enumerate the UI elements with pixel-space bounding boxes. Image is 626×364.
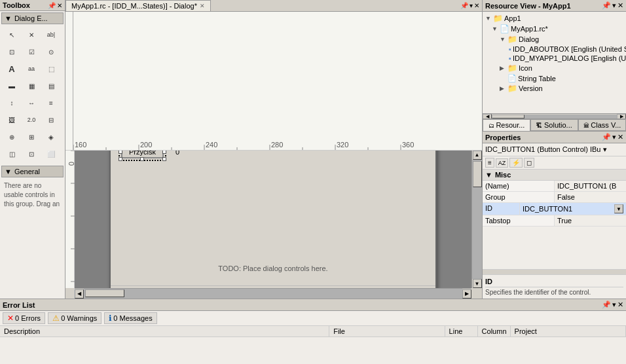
scrollbar-v-down[interactable]: ▼: [473, 279, 482, 288]
tab-class-view[interactable]: 🏛 Class V...: [578, 119, 626, 131]
dialog-workspace[interactable]: 🪟 Moj aplikacja w MFC ✕ Etykieta: [75, 151, 471, 289]
tool-grid[interactable]: ⊞: [22, 129, 41, 145]
mfc-footer: OK Cancel: [111, 285, 435, 288]
tool-button[interactable]: ▬: [3, 78, 21, 94]
tree-version-folder[interactable]: ▶ 📁 Version: [484, 83, 625, 94]
error-expand-icon[interactable]: ▾: [612, 300, 616, 309]
properties-pin-icon[interactable]: 📌: [602, 133, 611, 141]
tool-scrollh[interactable]: ↔: [22, 95, 41, 111]
editor-tab[interactable]: MyApp1.rc - [IDD_M...States)] - Dialog* …: [65, 0, 211, 11]
tool-version[interactable]: 2.0: [22, 112, 41, 128]
tree-app1[interactable]: ▼ 📁 App1: [484, 13, 625, 24]
error-pin-icon[interactable]: 📌: [602, 300, 611, 309]
tree-idd-aboutbox[interactable]: ▪ IDD_ABOUTBOX [English (United S: [484, 45, 625, 54]
tool-radio[interactable]: ⊙: [42, 44, 60, 60]
scrollbar-h-thumb[interactable]: [85, 289, 124, 297]
scrollbar-v-track[interactable]: [472, 160, 482, 280]
error-tabs: ✕ 0 Errors ⚠ 0 Warnings ℹ 0 Messages: [0, 311, 626, 326]
tool-picture[interactable]: 🖼: [3, 112, 21, 128]
toolbox-general-expand[interactable]: ▼ General: [1, 166, 64, 177]
handle-bm: [140, 157, 144, 161]
editor-menu-icon[interactable]: ▾: [470, 2, 473, 9]
tool-pointer[interactable]: ↖: [3, 27, 21, 43]
scrollbar-v-up[interactable]: ▲: [473, 151, 482, 160]
prop-events-btn[interactable]: ⚡: [509, 158, 523, 168]
properties-title: Properties: [485, 134, 521, 141]
prop-row-tabstop[interactable]: Tabstop True: [483, 215, 626, 227]
tool-custom1[interactable]: ◈: [42, 129, 60, 145]
mfc-button-wrapper: Przycisk: [121, 151, 164, 159]
properties-close-icon[interactable]: ✕: [617, 133, 623, 141]
tab-messages[interactable]: ℹ 0 Messages: [104, 312, 156, 324]
tab-warnings[interactable]: ⚠ 0 Warnings: [48, 312, 101, 324]
tree-dialog-folder[interactable]: ▼ 📁 Dialog: [484, 34, 625, 45]
error-close-icon[interactable]: ✕: [617, 300, 623, 309]
resource-close-icon[interactable]: ✕: [617, 1, 623, 10]
editor-pin-icon[interactable]: 📌: [460, 2, 468, 9]
tool-tab[interactable]: ⊟: [42, 112, 60, 128]
editor-tab-close-icon[interactable]: ✕: [200, 3, 205, 9]
app-container: Toolbox 📌 ✕ ▼ Dialog E... ↖ ✕ ab| ⊡ ☑ ⊙: [0, 0, 626, 364]
resource-scroll-thumb[interactable]: [492, 115, 525, 118]
tool-static[interactable]: A: [3, 61, 21, 77]
toolbox-header: Toolbox 📌 ✕: [0, 0, 65, 11]
tool-listbox[interactable]: ▦: [22, 78, 41, 94]
tree-string-table[interactable]: 📄 String Table: [484, 73, 625, 83]
prop-row-id[interactable]: ID ▼: [483, 203, 626, 215]
resource-expand-icon[interactable]: ▾: [612, 1, 616, 10]
tool-scrollv[interactable]: ↕: [3, 95, 21, 111]
scrollbar-h-track[interactable]: [84, 289, 462, 299]
tab-errors[interactable]: ✕ 0 Errors: [3, 312, 45, 324]
prop-id-input[interactable]: [523, 205, 613, 213]
tool-combobox[interactable]: ▤: [42, 78, 60, 94]
error-count-label: 0 Errors: [15, 314, 41, 322]
tool-custom2[interactable]: ◫: [3, 146, 21, 162]
prop-section-label: Misc: [495, 171, 511, 179]
prop-id-dropdown[interactable]: ▼: [614, 204, 623, 213]
editor-close-icon[interactable]: ✕: [474, 2, 479, 9]
tool-custom3[interactable]: ⊡: [22, 146, 41, 162]
toolbox-section-expand[interactable]: ▼ Dialog E...: [1, 12, 64, 24]
tree-icon-folder[interactable]: ▶ 📁 Icon: [484, 63, 625, 73]
prop-group-value-text: False: [557, 193, 575, 201]
prop-name-label: (Name): [483, 181, 555, 191]
handle-br: [162, 157, 166, 161]
tool-font[interactable]: aa: [22, 61, 41, 77]
tool-editbox[interactable]: ⊡: [3, 44, 21, 60]
error-rows: [0, 337, 626, 340]
toolbox-pin-icon[interactable]: 📌: [48, 2, 56, 9]
resource-header: Resource View - MyApp1 📌 ▾ ✕: [483, 0, 626, 12]
tree-idd-myapp1[interactable]: ▪ IDD_MYAPP1_DIALOG [English (U: [484, 54, 625, 63]
resource-tree: ▼ 📁 App1 ▼ 📄 MyApp1.rc* ▼ 📁 Dialog: [483, 12, 626, 113]
right-panel: Resource View - MyApp1 📌 ▾ ✕ ▼ 📁 App1 ▼: [482, 0, 626, 299]
toolbox-close-icon[interactable]: ✕: [57, 2, 62, 9]
tool-add[interactable]: ⊕: [3, 129, 21, 145]
tool-label[interactable]: ab|: [42, 27, 60, 43]
scrollbar-v-thumb[interactable]: [473, 161, 482, 187]
prop-categorized-btn[interactable]: ≡: [485, 158, 494, 168]
tool-checkbox[interactable]: ☑: [22, 44, 41, 60]
scrollbar-h-left[interactable]: ◀: [75, 289, 84, 299]
tree-app1-label: App1: [504, 14, 521, 22]
prop-alpha-btn[interactable]: AZ: [496, 158, 509, 168]
prop-row-name[interactable]: (Name) IDC_BUTTON1 (B: [483, 181, 626, 192]
prop-tabstop-label: Tabstop: [483, 215, 555, 226]
prop-row-group[interactable]: Group False: [483, 192, 626, 203]
resource-scroll-track[interactable]: [492, 115, 617, 118]
tool-groupbox[interactable]: ⬚: [42, 61, 60, 77]
toolbox-panel: Toolbox 📌 ✕ ▼ Dialog E... ↖ ✕ ab| ⊡ ☑ ⊙: [0, 0, 65, 299]
properties-expand-icon[interactable]: ▾: [612, 133, 616, 141]
resource-panel: Resource View - MyApp1 📌 ▾ ✕ ▼ 📁 App1 ▼: [482, 0, 626, 131]
tab-solution[interactable]: 🏗 Solutio...: [530, 119, 578, 131]
col-column: Column: [478, 326, 511, 337]
svg-text:200: 200: [140, 141, 152, 149]
tool-custom4[interactable]: ⬜: [42, 146, 60, 162]
tree-rc[interactable]: ▼ 📄 MyApp1.rc*: [484, 24, 625, 34]
editor-tab-icons: 📌 ▾ ✕: [460, 2, 482, 9]
resource-pin-icon[interactable]: 📌: [602, 1, 611, 10]
tool-cross[interactable]: ✕: [22, 27, 41, 43]
scrollbar-h-right[interactable]: ▶: [462, 289, 471, 299]
tool-progress[interactable]: ≡: [42, 95, 60, 111]
prop-pages-btn[interactable]: ◻: [524, 158, 534, 168]
tab-resource-view[interactable]: 🗂 Resour...: [483, 119, 530, 131]
